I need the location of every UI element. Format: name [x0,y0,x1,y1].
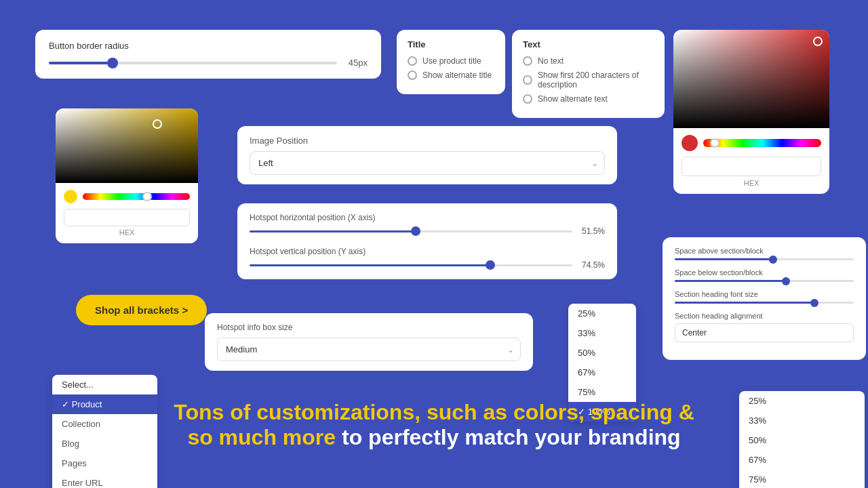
hue-track-yellow[interactable] [83,193,190,200]
hex-label-right: HEX [682,179,821,187]
color-swatch-yellow [64,190,77,203]
radio-no-text[interactable] [523,56,532,66]
text-card-header: Text [523,39,654,49]
percent-item-33[interactable]: 33% [568,323,636,343]
hotspot-y-thumb[interactable] [486,260,495,270]
radio-use-product[interactable] [408,56,417,66]
text-card: Text No text Show first 200 characters o… [512,30,665,118]
hotspot-y-fill [250,264,490,266]
title-option-1-label: Use product title [422,56,481,66]
bottom-text-normal: to perfectly match your branding [336,425,681,449]
colorpicker-left-card: #FFD93A HEX [56,108,198,243]
hotspot-x-fill [250,230,416,232]
space-above-label: Space above section/block [675,247,854,255]
image-position-select[interactable]: Left Right Center [250,151,605,175]
space-below-fill [675,280,786,282]
hex-input-left[interactable]: #FFD93A [64,209,190,226]
colorpicker-gradient-yellow[interactable] [56,108,198,183]
image-position-label: Image Position [250,136,605,146]
far-right-percent-75[interactable]: 75% [739,470,865,488]
border-radius-label: Button border radius [49,41,368,51]
font-size-label: Section heading font size [675,290,854,298]
space-below-track[interactable] [675,280,854,282]
hotspot-info-select[interactable]: Small Medium Large [217,338,521,361]
hotspot-y-label: Hotspot vertical position (Y axis) [250,247,605,256]
space-below-thumb[interactable] [782,277,790,285]
hotspot-y-value: 74.5% [579,260,605,270]
hue-thumb[interactable] [710,138,719,148]
percent-item-67[interactable]: 67% [568,363,636,382]
bottom-text-highlight-2: so much more [187,425,336,449]
title-card: Title Use product title Show alternate t… [397,30,505,94]
hotspot-x-value: 51.5% [579,226,605,236]
title-card-header: Title [408,39,494,49]
text-option-1[interactable]: No text [523,56,654,66]
radio-alternate[interactable] [408,70,417,80]
border-radius-track[interactable] [49,62,337,64]
space-above-thumb[interactable] [769,256,777,264]
hue-track[interactable] [703,139,821,147]
bottom-text-block: Tons of customizations, such as colors, … [156,400,712,450]
hotspot-x-thumb[interactable] [411,226,420,236]
dropdown-percent-far-right: 25% 33% 50% 67% 75% 100% [739,391,865,488]
select-item-pages[interactable]: Pages [52,453,157,473]
select-item-collection[interactable]: Collection [52,414,157,434]
hotspot-x-label: Hotspot horizontal position (X axis) [250,213,605,222]
heading-align-label: Section heading alignment [675,312,854,320]
hex-label-left: HEX [64,228,190,237]
far-right-percent-67[interactable]: 67% [739,450,865,470]
select-item-enter-url[interactable]: Enter URL [52,473,157,488]
select-type-dropdown: Select... Product Collection Blog Pages … [52,375,157,488]
title-option-2[interactable]: Show alternate title [408,70,494,80]
border-radius-thumb[interactable] [107,58,118,68]
text-option-3-label: Show alternate text [538,94,608,104]
text-option-2-label: Show first 200 characters of description [538,70,654,89]
hotspot-y-track[interactable] [250,264,572,266]
image-position-card: Image Position Left Right Center ⌄ [237,126,617,184]
colorpicker-gradient[interactable] [673,30,829,128]
colorpicker-dot[interactable] [813,37,823,46]
radio-200-chars[interactable] [523,75,532,85]
colorpicker-right-card: #E02822 HEX [673,30,829,194]
text-option-2[interactable]: Show first 200 characters of description [523,70,654,89]
color-swatch-red [682,135,698,151]
select-placeholder[interactable]: Select... [52,375,157,394]
title-option-1[interactable]: Use product title [408,56,494,66]
space-above-track[interactable] [675,258,854,260]
hotspot-x-track[interactable] [250,230,572,232]
select-item-blog[interactable]: Blog [52,434,157,453]
font-size-fill [675,302,814,304]
heading-align-input[interactable] [675,323,854,342]
text-option-3[interactable]: Show alternate text [523,94,654,104]
bottom-text-highlight-1: Tons of customizations, such as colors, … [174,400,694,424]
far-right-percent-33[interactable]: 33% [739,411,865,430]
space-settings-card: Space above section/block Space below se… [663,237,866,360]
colorpicker-dot-yellow[interactable] [153,119,162,129]
hotspot-info-label: Hotspot info box size [217,323,521,332]
border-radius-value: 45px [344,58,368,68]
percent-item-25[interactable]: 25% [568,304,636,323]
hex-input-right[interactable]: #E02822 [682,157,821,176]
radio-alt-text[interactable] [523,94,532,104]
font-size-track[interactable] [675,302,854,304]
hotspot-position-card: Hotspot horizontal position (X axis) 51.… [237,203,617,279]
border-radius-fill [49,62,113,64]
hotspot-info-card: Hotspot info box size Small Medium Large… [205,313,533,371]
space-above-fill [675,258,773,260]
select-item-product[interactable]: Product [52,394,157,414]
text-option-1-label: No text [538,56,564,66]
hue-thumb-yellow[interactable] [142,192,152,201]
space-below-label: Space below section/block [675,268,854,277]
title-option-2-label: Show alternate title [422,70,492,80]
border-radius-card: Button border radius 45px [35,30,381,79]
percent-item-50[interactable]: 50% [568,343,636,363]
percent-item-75[interactable]: 75% [568,382,636,402]
shop-all-brackets-button[interactable]: Shop all brackets > [76,295,207,325]
far-right-percent-50[interactable]: 50% [739,430,865,450]
font-size-thumb[interactable] [810,299,818,307]
far-right-percent-25[interactable]: 25% [739,391,865,411]
